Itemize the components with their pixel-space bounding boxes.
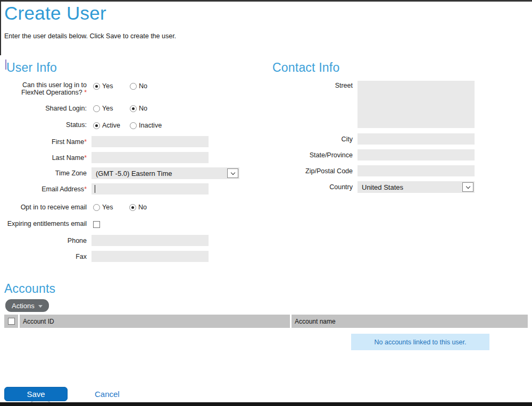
login-question-label: Can this user log in to FlexNet Operatio… xyxy=(0,81,87,96)
required-asterisk: * xyxy=(84,138,87,146)
text-caret xyxy=(95,185,95,193)
actions-button-label: Actions xyxy=(12,302,35,310)
time-zone-value: (GMT -5.0) Eastern Time xyxy=(96,170,172,177)
select-all-checkbox[interactable] xyxy=(8,318,15,325)
phone-input[interactable] xyxy=(92,235,209,246)
page-title: Create User xyxy=(4,3,106,24)
country-select[interactable]: United States xyxy=(358,181,475,193)
fax-label: Fax xyxy=(0,253,87,260)
opt-in-no-label: No xyxy=(138,204,147,211)
expiring-entitlements-checkbox[interactable] xyxy=(93,221,100,228)
accounts-heading: Accounts xyxy=(4,282,55,296)
opt-in-yes-radio[interactable] xyxy=(93,204,100,211)
status-inactive-radio[interactable] xyxy=(130,122,137,129)
first-name-input[interactable] xyxy=(92,136,209,147)
shared-login-no-label: No xyxy=(139,105,147,112)
required-asterisk: * xyxy=(84,185,87,193)
table-header-account-name: Account name xyxy=(292,315,528,328)
required-asterisk: * xyxy=(84,89,87,96)
empty-accounts-message: No accounts linked to this user. xyxy=(351,334,489,350)
time-zone-select[interactable]: (GMT -5.0) Eastern Time xyxy=(92,167,239,179)
contact-info-heading: Contact Info xyxy=(272,61,339,75)
street-label: Street xyxy=(266,82,353,89)
status-active-radio[interactable] xyxy=(93,122,100,129)
login-yes-radio[interactable] xyxy=(93,83,100,90)
status-inactive-label: Inactive xyxy=(139,122,162,129)
login-no-label: No xyxy=(139,82,147,90)
status-active-label: Active xyxy=(102,122,120,129)
shared-login-no-radio[interactable] xyxy=(130,105,137,112)
login-yes-label: Yes xyxy=(102,82,113,90)
bottom-border xyxy=(0,402,532,406)
caret-down-icon xyxy=(38,305,43,308)
city-input[interactable] xyxy=(358,133,475,145)
user-info-heading: User Info xyxy=(6,61,57,75)
top-border xyxy=(0,0,532,2)
table-header-account-id: Account ID xyxy=(20,315,290,328)
state-input[interactable] xyxy=(358,149,475,160)
cancel-link[interactable]: Cancel xyxy=(95,390,120,399)
status-label: Status: xyxy=(0,121,87,129)
last-name-input[interactable] xyxy=(92,152,209,163)
login-no-radio[interactable] xyxy=(130,83,137,90)
country-value: United States xyxy=(362,183,403,191)
zip-label: Zip/Postal Code xyxy=(266,167,353,175)
left-border xyxy=(0,0,1,55)
chevron-down-icon xyxy=(230,170,235,174)
actions-button[interactable]: Actions xyxy=(5,299,49,312)
country-label: Country xyxy=(266,183,353,191)
shared-login-yes-label: Yes xyxy=(102,105,113,112)
table-header-checkbox-cell xyxy=(4,315,18,328)
save-button[interactable]: Save xyxy=(4,387,68,401)
page-subtitle: Enter the user details below. Click Save… xyxy=(4,32,176,40)
time-zone-dropdown-button[interactable] xyxy=(227,168,238,178)
opt-in-label: Opt in to receive email xyxy=(0,204,87,211)
street-textarea[interactable] xyxy=(358,81,475,128)
last-name-label: Last Name* xyxy=(0,154,87,162)
email-input[interactable] xyxy=(92,183,209,194)
state-label: State/Province xyxy=(266,151,353,159)
city-label: City xyxy=(266,136,353,143)
phone-label: Phone xyxy=(0,237,87,244)
opt-in-yes-label: Yes xyxy=(102,204,113,211)
expiring-entitlements-label: Expiring entitlements email xyxy=(0,220,87,227)
zip-input[interactable] xyxy=(358,165,475,176)
opt-in-no-radio[interactable] xyxy=(129,204,136,211)
shared-login-label: Shared Login: xyxy=(0,105,87,112)
country-dropdown-button[interactable] xyxy=(462,182,473,192)
fax-input[interactable] xyxy=(92,251,209,262)
required-asterisk: * xyxy=(84,154,87,162)
create-user-page: Create User Enter the user details below… xyxy=(0,0,532,406)
shared-login-yes-radio[interactable] xyxy=(93,105,100,112)
email-label: Email Address* xyxy=(0,185,87,193)
first-name-label: First Name* xyxy=(0,138,87,146)
time-zone-label: Time Zone xyxy=(0,170,87,177)
chevron-down-icon xyxy=(466,184,470,188)
